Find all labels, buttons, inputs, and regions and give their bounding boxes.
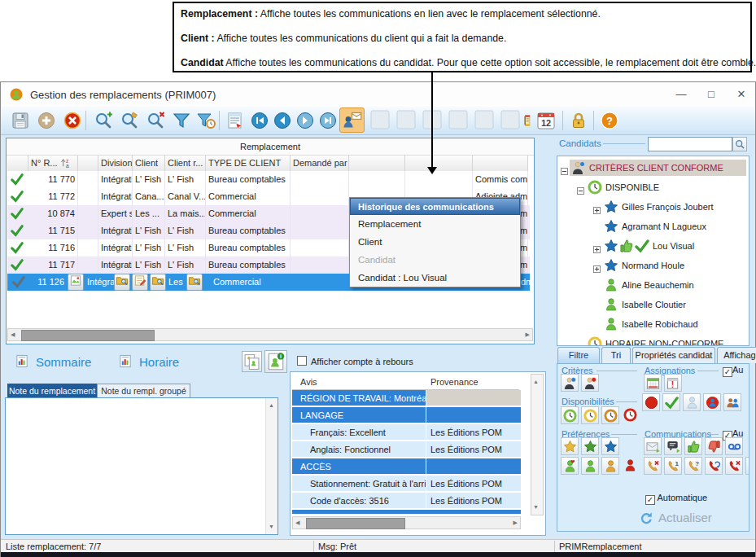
tree-expander-icon[interactable]: [593, 261, 601, 269]
star-gold-filter-button[interactable]: [561, 437, 579, 455]
avis-col-header[interactable]: Avis: [292, 374, 426, 390]
filter-tab-1[interactable]: Tri: [601, 347, 631, 363]
person-heart-filter-button[interactable]: [561, 457, 579, 475]
help-button[interactable]: ?: [598, 109, 621, 132]
tree-item[interactable]: DISPONIBLE: [557, 179, 749, 195]
voicemail-filter-button[interactable]: [725, 437, 743, 455]
consultant-red-filter-button[interactable]: [581, 374, 599, 392]
note-edit-button[interactable]: [132, 274, 148, 291]
search-edit-button[interactable]: [118, 109, 141, 132]
search-clear-button[interactable]: [144, 109, 167, 132]
minimize-button[interactable]: —: [668, 86, 694, 103]
scroll-down-icon[interactable]: ▼: [533, 502, 539, 513]
toolbar-button[interactable]: [499, 108, 522, 131]
copy-pages-button[interactable]: [242, 351, 262, 372]
person-gold-filter-button[interactable]: [601, 457, 619, 475]
star-blue-filter-button[interactable]: [601, 437, 619, 455]
close-button[interactable]: ✕: [728, 86, 754, 103]
mail-filter-button[interactable]: [644, 437, 662, 455]
phone-x-red-filter-button[interactable]: [725, 457, 743, 475]
avis-row[interactable]: Stationnement: Gratuit à l'arriè... Les …: [292, 476, 521, 493]
column-header[interactable]: [405, 156, 473, 171]
tree-item[interactable]: Normand Houle: [557, 257, 749, 274]
avis-row[interactable]: RÉGION DE TRAVAIL: Montréal: [292, 390, 521, 407]
scroll-right-icon[interactable]: ▶: [513, 517, 518, 528]
column-header[interactable]: Client: [133, 156, 165, 171]
column-header[interactable]: [349, 156, 405, 171]
avis-row[interactable]: LANGAGE: [292, 407, 521, 424]
tree-expander-icon[interactable]: [593, 203, 601, 210]
chat-filter-button[interactable]: [664, 437, 682, 455]
phone-x-orange-filter-button[interactable]: [644, 457, 662, 475]
horaire-link[interactable]: Horaire: [139, 355, 179, 369]
people-filter-button[interactable]: [723, 393, 741, 411]
filter-tab-0[interactable]: Filtre: [557, 347, 600, 363]
communications-history-button[interactable]: [339, 107, 365, 133]
person-stop-filter-button[interactable]: [703, 393, 721, 411]
calendar-warn-filter-button[interactable]: !: [664, 374, 682, 392]
notes-v-scrollbar[interactable]: ▲ ▼: [265, 398, 277, 534]
toolbar-button[interactable]: [369, 108, 391, 131]
star-green-filter-button[interactable]: [581, 437, 599, 455]
tree-expander-icon[interactable]: [577, 183, 584, 191]
filter-advanced-button[interactable]: [194, 109, 217, 132]
assignations-aucune-checkbox[interactable]: ✓Au: [723, 365, 743, 377]
thumb-down-filter-button[interactable]: [705, 437, 723, 455]
column-header[interactable]: TYPE DE CLIENT: [206, 156, 291, 171]
column-header[interactable]: N° R...za: [28, 156, 78, 171]
checkbox-checked-icon[interactable]: ✓: [723, 367, 732, 377]
phone-1-orange-filter-button[interactable]: 1: [664, 457, 682, 475]
filter-tab-3[interactable]: Affichage: [717, 347, 756, 363]
table-row[interactable]: 11 770Intégratio...L' FishL' FishBureau …: [7, 171, 530, 188]
scroll-up-icon[interactable]: ▲: [269, 400, 274, 411]
checkbox-icon[interactable]: [297, 356, 307, 366]
folder-search-button[interactable]: [114, 274, 130, 291]
menu-item[interactable]: Remplacement: [350, 215, 520, 233]
column-header[interactable]: [78, 156, 98, 171]
phone-directory-button[interactable]: [520, 109, 535, 132]
tree-item[interactable]: HORAIRE NON-CONFORME: [557, 336, 749, 346]
lock-button[interactable]: [567, 109, 590, 132]
sommaire-link[interactable]: Sommaire: [36, 355, 91, 369]
provenance-col-header[interactable]: Provenance: [426, 374, 519, 390]
checkbox-checked-icon[interactable]: ✓: [645, 495, 655, 505]
stop-red-filter-button[interactable]: [642, 393, 660, 411]
menu-item[interactable]: Candidat : Lou Visual: [350, 269, 520, 287]
column-header[interactable]: [7, 156, 28, 171]
menu-item-header[interactable]: Historique des communications: [350, 198, 520, 215]
replacement-table-header[interactable]: N° R...zaDivisionClientClient r...TYPE D…: [7, 156, 528, 172]
menu-item[interactable]: Client: [350, 233, 520, 251]
candidates-search-input[interactable]: [648, 137, 732, 151]
scroll-up-icon[interactable]: ▲: [533, 376, 539, 388]
automatique-checkbox[interactable]: ✓ Automatique: [645, 493, 707, 505]
avis-row[interactable]: Français: Excellent Les Éditions POM: [292, 424, 521, 441]
nav-previous-button[interactable]: [271, 109, 294, 132]
tree-item[interactable]: Gilles François Joubert: [557, 199, 749, 215]
avis-row[interactable]: Anglais: Fonctionnel Les Éditions POM: [292, 441, 521, 458]
filter-tab-2[interactable]: Propriétés candidat: [632, 347, 715, 363]
toolbar-button[interactable]: [447, 108, 470, 131]
phone-x-red2-filter-button[interactable]: [745, 457, 749, 475]
clock-red-filter-button[interactable]: [622, 406, 640, 424]
scroll-left-icon[interactable]: ◀: [11, 329, 15, 340]
sort-icon[interactable]: za: [60, 157, 71, 168]
tree-item[interactable]: Isabelle Robichaud: [557, 316, 749, 332]
tree-expander-icon[interactable]: [561, 164, 568, 171]
nav-next-button[interactable]: [294, 109, 317, 132]
folder-search-button[interactable]: [150, 274, 166, 291]
tree-expander-icon[interactable]: [593, 242, 601, 249]
filter-button[interactable]: [170, 109, 193, 132]
tree-item[interactable]: Aline Beauchemin: [557, 277, 749, 293]
calendar-ok-filter-button[interactable]: [644, 374, 662, 392]
clock-green-filter-button[interactable]: [561, 406, 579, 424]
toolbar-button[interactable]: [473, 108, 496, 131]
person-green-filter-button[interactable]: [581, 457, 599, 475]
tree-item[interactable]: Isabelle Cloutier: [557, 296, 749, 313]
maximize-button[interactable]: □: [698, 86, 724, 103]
note-textarea[interactable]: ▲ ▼: [5, 397, 278, 535]
column-header[interactable]: Division: [98, 156, 133, 171]
person-info-button[interactable]: i: [264, 350, 287, 373]
clock-orange-filter-button[interactable]: [601, 406, 619, 424]
calendar-button[interactable]: 12: [535, 109, 557, 132]
grid-select-button[interactable]: [224, 109, 247, 132]
